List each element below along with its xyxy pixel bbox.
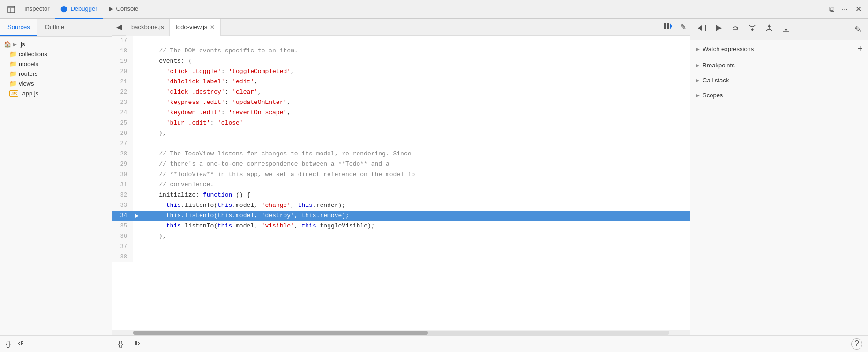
play-pause-btn[interactable] [659,22,676,33]
eye-btn[interactable]: 👁 [16,339,28,349]
resume-icon [714,23,723,33]
line-bp-27 [133,139,141,149]
tree-item-models[interactable]: 📁 models [0,59,112,69]
line-num-19: 19 [112,56,133,66]
tree-item-collections[interactable]: 📁 collections [0,49,112,59]
line-num-35: 35 [112,221,133,231]
outline-tab[interactable]: Outline [37,19,72,36]
close-btn[interactable]: ✕ [853,3,864,15]
code-line-26: 26 }, [112,128,690,139]
callstack-section: ▶ Call stack [690,73,868,88]
line-bp-22 [133,87,141,97]
debugger-tab[interactable]: ⬤ Debugger [55,0,103,19]
center-panel: ◀ backbone.js todo-view.js ✕ ✎ [112,19,690,352]
breakpoints-section: ▶ Breakpoints [690,58,868,73]
edit-icon-btn[interactable]: ✎ [676,22,690,31]
svg-rect-4 [667,23,669,29]
line-content-17 [141,36,144,46]
line-num-24: 24 [112,108,133,118]
tab-nav-back[interactable]: ◀ [112,22,126,31]
line-content-25: 'blur .edit': 'close' [141,118,243,128]
editor-tab-backbone[interactable]: backbone.js [126,19,170,36]
line-num-33: 33 [112,200,133,211]
line-bp-24 [133,108,141,118]
left-bottom-bar: {} 👁 [0,335,112,352]
breakpoints-section-header[interactable]: ▶ Breakpoints [690,58,868,73]
watch-btn[interactable]: 👁 [131,339,142,349]
code-line-35: 35 this.listenTo(this.model, 'visible', … [112,221,690,231]
folder-icon-routers: 📁 [9,70,17,77]
line-bp-33 [133,200,141,211]
collections-label: collections [19,51,47,58]
tree-item-appjs[interactable]: JS app.js [0,88,112,98]
inspector-tab[interactable]: Inspector [19,0,55,19]
line-num-29: 29 [112,159,133,169]
code-line-17: 17 [112,36,690,46]
models-label: models [19,60,38,67]
more-options-btn[interactable]: ··· [839,3,851,15]
code-line-23: 23 'keypress .edit': 'updateOnEnter', [112,97,690,108]
bookmark-btn[interactable]: ⧉ [826,3,837,15]
format-btn[interactable]: {} [116,339,125,349]
step-down-btn[interactable] [778,22,793,37]
line-content-21: 'dblclick label': 'edit', [141,77,258,87]
scopes-section-header[interactable]: ▶ Scopes [690,88,868,103]
folder-icon-views: 📁 [9,80,17,87]
sources-tabs: Sources Outline [0,19,112,37]
watch-section-header[interactable]: ▶ Watch expressions + [690,40,868,58]
callstack-section-header[interactable]: ▶ Call stack [690,73,868,88]
todoview-tab-close[interactable]: ✕ [210,24,215,30]
step-in-btn[interactable] [745,22,760,37]
line-content-27 [141,139,144,149]
line-content-36: }, [141,231,166,242]
inspector-icon-btn[interactable] [4,4,19,15]
line-bp-21 [133,77,141,87]
watch-add-btn[interactable]: + [857,44,862,54]
code-area[interactable]: 17 18 // The DOM events specific to an i… [112,36,690,330]
resume-btn[interactable] [711,22,726,37]
tree-item-views[interactable]: 📁 views [0,79,112,88]
scopes-arrow-icon: ▶ [696,93,700,98]
tree-item-routers[interactable]: 📁 routers [0,69,112,79]
console-tab[interactable]: ▶ Console [103,0,144,19]
braces-btn[interactable]: {} [4,339,13,349]
line-num-36: 36 [112,231,133,242]
step-out-btn[interactable] [762,22,777,37]
line-content-20: 'click .toggle': 'toggleCompleted', [141,66,294,77]
step-back-btn[interactable] [694,22,709,37]
line-num-17: 17 [112,36,133,46]
inspector-tab-label: Inspector [24,5,49,12]
line-bp-37 [133,242,141,252]
sources-tab[interactable]: Sources [0,19,37,36]
scrollbar-track[interactable] [133,331,669,335]
svg-marker-8 [716,25,722,31]
step-over-btn[interactable] [728,22,743,37]
scrollbar-thumb[interactable] [133,331,428,335]
line-num-32: 32 [112,190,133,200]
help-btn[interactable]: ? [851,338,862,350]
code-line-18: 18 // The DOM events specific to an item… [112,46,690,56]
line-bp-35 [133,221,141,231]
line-num-37: 37 [112,242,133,252]
line-bp-20 [133,66,141,77]
code-line-20: 20 'click .toggle': 'toggleCompleted', [112,66,690,77]
folder-icon-models: 📁 [9,60,17,67]
watch-label: Watch expressions [703,45,754,52]
line-num-23: 23 [112,97,133,108]
tree-item-home[interactable]: 🏠 ▶ js [0,39,112,49]
edit-source-btn[interactable]: ✎ [852,22,864,37]
line-content-35: this.listenTo(this.model, 'visible', thi… [141,221,375,231]
editor-tab-todoview[interactable]: todo-view.js ✕ [170,19,221,36]
line-num-38: 38 [112,252,133,262]
line-bp-28 [133,149,141,159]
code-line-36: 36 }, [112,231,690,242]
code-line-37: 37 [112,242,690,252]
line-bp-36 [133,231,141,242]
line-bp-18 [133,46,141,56]
code-line-21: 21 'dblclick label': 'edit', [112,77,690,87]
callstack-label: Call stack [703,77,729,84]
code-horizontal-scrollbar[interactable] [112,330,690,335]
line-content-33: this.listenTo(this.model, 'change', this… [141,200,345,211]
line-num-18: 18 [112,46,133,56]
js-folder-label: js [21,41,25,48]
